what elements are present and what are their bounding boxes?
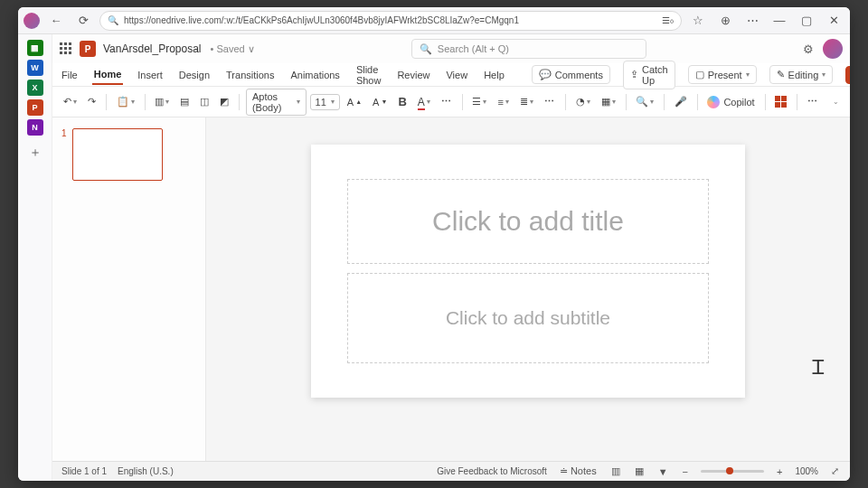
- maximize-button[interactable]: ▢: [796, 10, 817, 32]
- app-title-bar: P VanArsdel_Proposal • Saved ∨ 🔍 Search …: [52, 34, 850, 63]
- collapse-ribbon-button[interactable]: ⌄: [829, 95, 843, 108]
- app-rail: ▦ W X P N ＋: [18, 34, 52, 481]
- search-icon: 🔍: [420, 43, 432, 55]
- fit-button[interactable]: ⤢: [829, 465, 841, 477]
- ribbon-tabs: File Home Insert Design Transitions Anim…: [52, 63, 850, 87]
- more-button[interactable]: ⋯: [741, 10, 763, 32]
- search-placeholder: Search (Alt + Q): [438, 43, 509, 54]
- zoom-slider[interactable]: [701, 470, 764, 473]
- account-avatar-icon[interactable]: [823, 39, 843, 59]
- back-button[interactable]: ←: [45, 10, 67, 32]
- zoom-in-button[interactable]: +: [775, 466, 784, 477]
- browser-window: ← ⟳ 🔍 https://onedrive.live.com/:w:/t/Ea…: [18, 7, 850, 481]
- slide-thumbnail[interactable]: [72, 128, 163, 181]
- tab-home[interactable]: Home: [92, 65, 124, 85]
- zoom-out-button[interactable]: −: [681, 466, 690, 477]
- subtitle-placeholder[interactable]: Click to add subtitle: [347, 273, 709, 363]
- document-name[interactable]: VanArsdel_Proposal: [103, 42, 202, 55]
- designer-button[interactable]: [771, 93, 790, 110]
- rail-item-onenote[interactable]: N: [27, 119, 43, 136]
- font-color-button[interactable]: A▾: [414, 93, 434, 111]
- close-button[interactable]: ✕: [823, 10, 844, 32]
- tab-insert[interactable]: Insert: [136, 66, 165, 84]
- slideshow-view-button[interactable]: ▼: [656, 466, 670, 477]
- feedback-link[interactable]: Give Feedback to Microsoft: [437, 466, 547, 476]
- powerpoint-app: P VanArsdel_Proposal • Saved ∨ 🔍 Search …: [52, 34, 850, 481]
- normal-view-button[interactable]: ▥: [609, 465, 622, 477]
- powerpoint-logo-icon: P: [80, 41, 96, 57]
- toolbar-overflow-button[interactable]: ⋯: [804, 93, 822, 110]
- decrease-font-button[interactable]: A▼: [369, 94, 391, 110]
- copilot-icon: [707, 96, 720, 108]
- layout-button[interactable]: ▤: [176, 93, 193, 110]
- browser-bar: ← ⟳ 🔍 https://onedrive.live.com/:w:/t/Ea…: [18, 7, 850, 34]
- lock-icon: 🔍: [108, 15, 118, 25]
- text-cursor-icon: Ꮖ: [812, 356, 825, 380]
- favorite-button[interactable]: ☆: [687, 10, 709, 32]
- minimize-button[interactable]: ―: [769, 10, 790, 32]
- tab-design[interactable]: Design: [177, 66, 212, 84]
- rail-item-browse[interactable]: ▦: [27, 40, 43, 56]
- find-button[interactable]: 🔍▾: [632, 93, 657, 110]
- editing-mode-button[interactable]: ✎ Editing ▾: [769, 65, 834, 84]
- canvas-area[interactable]: Click to add title Click to add subtitle…: [206, 117, 850, 461]
- language-status[interactable]: English (U.S.): [118, 466, 174, 476]
- section-button[interactable]: ◫: [196, 93, 212, 110]
- tab-slideshow[interactable]: Slide Show: [354, 61, 383, 89]
- new-slide-button[interactable]: ▥▾: [151, 93, 173, 110]
- collections-button[interactable]: ⊕: [714, 10, 736, 32]
- rail-item-excel[interactable]: X: [27, 80, 43, 96]
- url-text: https://onedrive.live.com/:w:/t/EaCKkPs6…: [124, 15, 656, 25]
- font-selector[interactable]: Aptos (Body)▾: [246, 89, 307, 116]
- settings-icon[interactable]: ⚙: [803, 42, 814, 56]
- address-bar[interactable]: 🔍 https://onedrive.live.com/:w:/t/EaCKkP…: [99, 11, 682, 31]
- slide-canvas[interactable]: Click to add title Click to add subtitle: [311, 145, 745, 398]
- arrange-button[interactable]: ▦▾: [598, 93, 619, 110]
- reader-icon[interactable]: ☰₀: [662, 15, 674, 25]
- tab-animations[interactable]: Animations: [288, 66, 341, 84]
- comments-button[interactable]: 💬 Comments: [532, 65, 610, 84]
- sorter-view-button[interactable]: ▦: [633, 465, 646, 477]
- undo-button[interactable]: ↶▾: [60, 93, 80, 110]
- tab-file[interactable]: File: [60, 66, 80, 84]
- search-input[interactable]: 🔍 Search (Alt + Q): [411, 39, 646, 59]
- slide-panel: 1: [52, 117, 206, 461]
- dictate-button[interactable]: 🎤: [671, 93, 691, 110]
- shapes-button[interactable]: ◔▾: [572, 93, 594, 110]
- notes-button[interactable]: ≐ Notes: [558, 465, 599, 477]
- tab-view[interactable]: View: [444, 66, 469, 84]
- tab-review[interactable]: Review: [395, 66, 431, 84]
- reuse-button[interactable]: ◩: [216, 93, 232, 110]
- title-placeholder[interactable]: Click to add title: [347, 179, 709, 264]
- thumbnail-number: 1: [61, 128, 67, 181]
- bullets-button[interactable]: ☰▾: [468, 93, 490, 110]
- tab-transitions[interactable]: Transitions: [224, 66, 276, 84]
- paste-button[interactable]: 📋▾: [113, 93, 138, 110]
- font-size-selector[interactable]: 11▾: [310, 94, 340, 110]
- status-bar: Slide 1 of 1 English (U.S.) Give Feedbac…: [52, 461, 850, 481]
- app-launcher-icon[interactable]: [60, 42, 72, 55]
- present-button[interactable]: ▢ Present ▾: [688, 65, 757, 84]
- redo-button[interactable]: ↷: [84, 93, 99, 110]
- work-area: 1 Click to add title Click to add subtit…: [52, 117, 850, 461]
- save-status[interactable]: • Saved ∨: [211, 43, 255, 55]
- numbering-button[interactable]: ≡▾: [494, 94, 512, 110]
- catchup-button[interactable]: ⇪ Catch Up: [623, 61, 675, 89]
- profile-avatar-icon[interactable]: [24, 13, 40, 29]
- tab-help[interactable]: Help: [482, 66, 506, 84]
- zoom-level[interactable]: 100%: [795, 466, 818, 476]
- rail-item-powerpoint[interactable]: P: [27, 99, 43, 116]
- align-button[interactable]: ≣▾: [516, 93, 537, 110]
- content-area: ▦ W X P N ＋ P VanArsdel_Proposal • Saved…: [18, 34, 850, 481]
- rail-item-word[interactable]: W: [27, 60, 43, 76]
- bold-button[interactable]: B: [394, 92, 410, 111]
- refresh-button[interactable]: ⟳: [72, 10, 94, 32]
- ribbon-toolbar: ↶▾ ↷ 📋▾ ▥▾ ▤ ◫ ◩ Aptos (Body)▾ 11▾ A▲ A▼…: [52, 87, 850, 117]
- font-more-button[interactable]: ⋯: [438, 93, 456, 110]
- share-button[interactable]: Share ▾: [845, 66, 850, 84]
- rail-add-button[interactable]: ＋: [29, 145, 42, 161]
- increase-font-button[interactable]: A▲: [344, 94, 365, 110]
- slide-counter[interactable]: Slide 1 of 1: [61, 466, 107, 476]
- copilot-button[interactable]: Copilot: [703, 93, 758, 111]
- para-more-button[interactable]: ⋯: [541, 93, 559, 110]
